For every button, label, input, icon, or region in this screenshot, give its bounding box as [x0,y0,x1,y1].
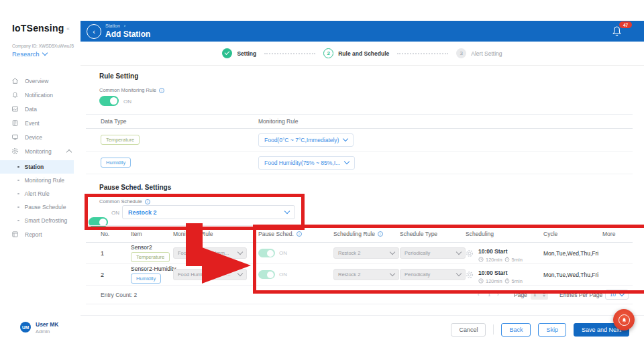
alarm-icon [619,314,630,326]
sidebar-item-alert-rule[interactable]: Alert Rule [0,187,74,200]
data-type-badge: Humidity [101,158,131,168]
sidebar-item-label: Monitoring [25,148,52,155]
step-alert-setting[interactable]: 3 Alert Setting [456,48,502,58]
chevron-down-icon [343,136,348,141]
col-more: More [602,226,615,242]
sidebar-item-monitoring[interactable]: Monitoring [0,144,74,158]
step-connector [397,53,448,54]
table-row: 1 Sensor2 Temperature Food(0°C ~ 7°C,Imm… [86,243,633,264]
cancel-button[interactable]: Cancel [451,323,486,337]
monitoring-rule-select[interactable]: Food Humidity(75% ~ 85%,I... [258,156,355,170]
skip-button[interactable]: Skip [538,323,566,337]
table-header-row: Data Type Monitoring Rule [86,114,633,129]
gear-icon[interactable] [466,249,474,257]
monitoring-rule-select-disabled[interactable]: Food Humidity(75% ~... [173,269,247,280]
chevron-down-icon [456,249,462,255]
breadcrumb[interactable]: Station › [105,23,125,28]
home-icon [11,77,19,84]
sidebar-item-event[interactable]: Event [0,116,74,130]
header-text: Scheduling Rule [333,231,375,237]
sidebar-item-label: Monitoring Rule [25,177,65,184]
pause-sched-toggle[interactable] [258,270,275,279]
schedule-duration: 5min [512,257,523,263]
sidebar-item-pause-schedule[interactable]: Pause Schedule [0,200,74,214]
chevron-down-icon [390,249,395,255]
user-role: Admin [36,328,50,335]
table-header-row: No. Item Monitoring Rule Pause Sched. i … [86,225,633,243]
schedule-type-select-disabled[interactable]: Periodically [400,269,466,280]
stepper-arrows-icon[interactable] [543,292,545,297]
step-rule-and-schedule[interactable]: 2 Rule and Schedule [323,48,389,58]
step-connector [264,53,315,54]
sidebar-item-smart-defrosting[interactable]: Smart Defrosting [0,214,74,227]
sidebar-collapse-icon[interactable]: « [66,25,70,32]
common-schedule-select[interactable]: Restock 2 [122,205,295,219]
common-schedule-label: Common Schedule i [99,198,150,204]
gear-icon[interactable] [466,271,474,279]
select-value: Restock 2 [338,272,360,278]
col-no: No. [101,226,109,242]
sidebar-item-station[interactable]: Station [0,160,74,174]
back-icon: ‹ [93,28,95,36]
data-type-badge: Temperature [131,252,170,262]
sidebar-item-monitoring-rule[interactable]: Monitoring Rule [0,174,74,187]
col-data-type: Data Type [101,115,127,128]
pagination-next[interactable]: › [497,286,499,304]
app-canvas: IoTSensing « Company ID: XWSD5XuWwuJ5 Re… [0,0,644,362]
sidebar-item-data[interactable]: Data [0,102,74,116]
pause-sched-toggle[interactable] [258,249,275,257]
row-item: Sensor2 Temperature [131,243,170,263]
info-icon[interactable]: i [297,231,302,237]
timer-icon [504,257,510,262]
entries-per-page-select[interactable]: 10 [605,290,629,300]
bell-icon [11,91,19,99]
chevron-down-icon [619,291,625,296]
rule-setting-title: Rule Setting [99,72,138,80]
sidebar-item-report[interactable]: Report [0,227,74,241]
page-input[interactable]: 1 [531,290,548,300]
info-icon[interactable]: i [378,231,383,237]
back-button[interactable]: ‹ [87,24,101,39]
schedule-type-select-disabled[interactable]: Periodically [400,247,466,259]
gear-icon [11,147,19,155]
sidebar-item-label: Pause Schedule [25,204,66,210]
chevron-down-icon [390,271,395,276]
scheduling-rule-select-disabled[interactable]: Restock 2 [333,269,399,280]
pagination-page-number[interactable]: 1 [488,286,490,304]
info-icon[interactable]: i [159,88,164,93]
notification-count-badge: 47 [619,21,632,28]
sidebar-nav: Overview Notification Data Event Device … [0,74,74,241]
common-monitoring-rule-label: Common Monitoring Rule i [99,87,164,93]
table-footer-row: Entry Count: 2 ‹ 1 › Page 1 Entries Per … [86,286,633,304]
pagination-prev[interactable]: ‹ [478,286,480,304]
step-number-icon: 3 [456,48,466,58]
select-value: Restock 2 [128,209,157,216]
col-scheduling: Scheduling [466,226,494,242]
info-icon[interactable]: i [145,199,150,204]
action-bar: Cancel Back Skip Save and Next [80,315,644,343]
bullet-icon [17,220,19,222]
step-setting[interactable]: Setting [222,48,256,58]
scheduling-rule-select-disabled[interactable]: Restock 2 [333,247,399,259]
toggle-state-label: ON [279,272,287,278]
monitoring-rule-select-disabled[interactable]: Food(0°C ~ 7°C,Imm... [173,247,247,259]
breadcrumb-separator: › [124,23,125,28]
user-profile[interactable]: UM User MK Admin [0,319,74,343]
select-value: Periodically [405,272,430,278]
back-button-footer[interactable]: Back [501,323,531,337]
sidebar-item-notification[interactable]: Notification [0,88,74,102]
floating-alert-button[interactable] [613,309,635,330]
monitoring-rule-select[interactable]: Food(0°C ~ 7°C,Immediately) [258,133,354,147]
item-name: Sensor2 [131,244,152,251]
sidebar-item-device[interactable]: Device [0,130,74,144]
label-text: Common Schedule [99,198,142,204]
select-value: Periodically [405,250,430,256]
item-name: Sensor2-Humidity [131,265,176,272]
sidebar-item-overview[interactable]: Overview [0,74,74,88]
page-header: ‹ Station › Add Station 47 [80,21,644,42]
sidebar-item-label: Station [25,164,44,170]
org-selector[interactable]: Research [12,50,47,58]
common-monitoring-rule-toggle[interactable] [99,96,119,106]
breadcrumb-item[interactable]: Station [105,23,120,28]
col-cycle: Cycle [543,226,557,242]
